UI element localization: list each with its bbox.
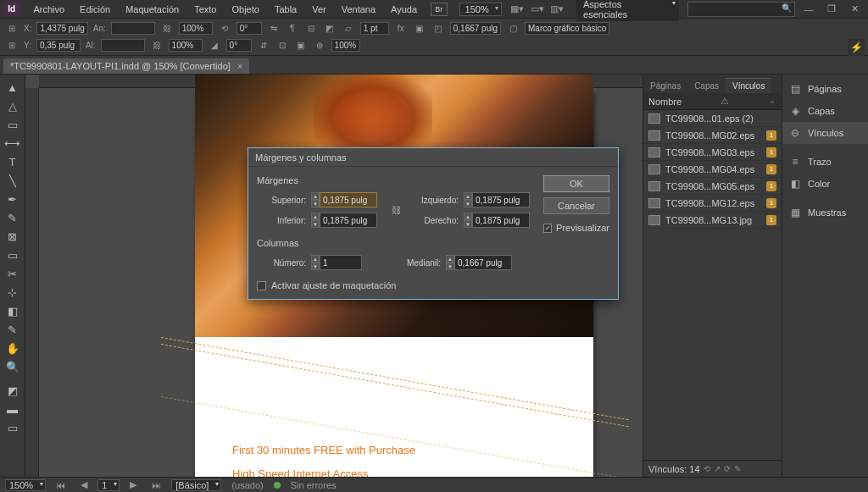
dialog-title[interactable]: Márgenes y columnas bbox=[248, 148, 618, 167]
rotate-field[interactable]: 0° bbox=[236, 22, 262, 35]
stroke-weight-field[interactable]: 1 pt bbox=[360, 22, 389, 35]
menu-maquetacion[interactable]: Maquetación bbox=[119, 2, 186, 17]
arrange-icon[interactable]: ▥▾ bbox=[550, 3, 565, 16]
selection-tool[interactable]: ▲ bbox=[3, 78, 23, 97]
corner-icon[interactable]: ◰ bbox=[431, 21, 445, 35]
ref-point-icon-2[interactable]: ⊞ bbox=[5, 39, 19, 53]
align-icon[interactable]: ⊟ bbox=[304, 21, 318, 35]
gutter-field[interactable] bbox=[454, 255, 512, 270]
wrap-icon[interactable]: ▣ bbox=[413, 21, 426, 35]
menu-texto[interactable]: Texto bbox=[187, 2, 223, 17]
search-input[interactable] bbox=[687, 2, 795, 17]
page-field[interactable]: 1 bbox=[97, 479, 120, 491]
link-row[interactable]: TC99908...MG03.eps1 bbox=[643, 144, 782, 161]
close-icon[interactable]: ✕ bbox=[845, 3, 865, 16]
margin-bottom-stepper[interactable]: ▲▼ bbox=[311, 213, 320, 228]
column-number-field[interactable] bbox=[320, 255, 362, 270]
constrain-icon[interactable]: ⛓ bbox=[160, 21, 174, 35]
menu-ayuda[interactable]: Ayuda bbox=[384, 2, 424, 17]
line-tool[interactable]: ╲ bbox=[3, 171, 23, 190]
zoom-tool[interactable]: 🔍 bbox=[3, 357, 23, 376]
document-text[interactable]: High Speed Internet Access bbox=[232, 467, 368, 477]
link-row[interactable]: TC99908...MG04.eps1 bbox=[643, 161, 782, 178]
dock-muestras[interactable]: ▦Muestras bbox=[782, 202, 868, 224]
tab-close-icon[interactable]: × bbox=[237, 61, 242, 71]
effects-icon[interactable]: fx bbox=[394, 21, 408, 35]
relink-icon[interactable]: ⟲ bbox=[704, 464, 710, 473]
menu-ventana[interactable]: Ventana bbox=[335, 2, 382, 17]
document-text[interactable]: First 30 minutes FREE with Purchase bbox=[232, 444, 415, 456]
h-field[interactable] bbox=[101, 39, 145, 52]
page-tool[interactable]: ▭ bbox=[3, 115, 23, 134]
view-options-icon[interactable]: ▦▾ bbox=[510, 3, 525, 16]
stroke-icon[interactable]: ▱ bbox=[342, 21, 355, 35]
vertical-ruler[interactable] bbox=[25, 88, 39, 477]
minimize-icon[interactable]: — bbox=[798, 3, 818, 16]
prev-page-icon[interactable]: ◀ bbox=[75, 479, 92, 490]
document-tab[interactable]: *TC9990801-LAYOUT-PI1.indd @ 150% [Conve… bbox=[3, 58, 249, 74]
gradient-tool[interactable]: ◧ bbox=[3, 301, 23, 320]
ref-point-icon[interactable]: ⊞ bbox=[5, 21, 19, 35]
link-margins-icon[interactable]: ⛓ bbox=[389, 197, 403, 223]
panel-tab-vinculos[interactable]: Vínculos bbox=[726, 78, 771, 93]
dock-trazo[interactable]: ≡Trazo bbox=[782, 151, 868, 173]
margin-top-field[interactable] bbox=[320, 192, 377, 207]
ok-button[interactable]: OK bbox=[543, 175, 609, 192]
goto-link-icon[interactable]: ↗ bbox=[714, 464, 721, 473]
margin-left-field[interactable] bbox=[472, 192, 530, 207]
direct-selection-tool[interactable]: △ bbox=[3, 97, 23, 115]
first-page-icon[interactable]: ⏮ bbox=[51, 480, 70, 490]
type-tool[interactable]: T bbox=[3, 152, 23, 171]
edit-original-icon[interactable]: ✎ bbox=[734, 464, 741, 473]
scissors-tool[interactable]: ✂ bbox=[3, 264, 23, 283]
margin-left-stepper[interactable]: ▲▼ bbox=[464, 192, 472, 207]
shear-field[interactable]: 0° bbox=[226, 39, 252, 52]
gap-tool[interactable]: ⟷ bbox=[3, 134, 23, 152]
dock-paginas[interactable]: ▤Páginas bbox=[782, 78, 868, 100]
column-number-stepper[interactable]: ▲▼ bbox=[311, 255, 320, 270]
dock-vinculos[interactable]: ⊖Vínculos bbox=[782, 122, 868, 144]
flip-h-icon[interactable]: ⇋ bbox=[267, 21, 281, 35]
corner-field[interactable]: 0,1667 pulg bbox=[450, 22, 501, 35]
x-field[interactable]: 1,4375 pulg bbox=[36, 22, 87, 35]
y-field[interactable]: 0,35 pulg bbox=[36, 39, 81, 52]
rotate-icon[interactable]: ⟲ bbox=[218, 21, 231, 35]
link-row[interactable]: TC99908...MG13.jpg1 bbox=[643, 212, 782, 229]
zoom-dropdown[interactable]: 150% bbox=[459, 3, 502, 16]
paragraph-icon[interactable]: ¶ bbox=[286, 21, 299, 35]
view-mode-icon[interactable]: ▭ bbox=[3, 418, 23, 437]
rectangle-tool[interactable]: ▭ bbox=[3, 246, 23, 264]
update-link-icon[interactable]: ⟳ bbox=[724, 464, 731, 473]
object-style-field[interactable]: Marco gráfico básico bbox=[525, 22, 609, 35]
constrain-icon-2[interactable]: ⛓ bbox=[150, 39, 164, 53]
page-column-icon[interactable]: ▫ bbox=[768, 97, 776, 107]
pencil-tool[interactable]: ✎ bbox=[3, 208, 23, 227]
menu-edicion[interactable]: Edición bbox=[73, 2, 117, 17]
preview-checkbox[interactable]: ✓ Previsualizar bbox=[543, 223, 609, 233]
hand-tool[interactable]: ✋ bbox=[3, 339, 23, 357]
apply-color-icon[interactable]: ▬ bbox=[3, 400, 23, 418]
bridge-icon[interactable]: Br bbox=[431, 3, 447, 16]
margin-right-field[interactable] bbox=[472, 213, 530, 228]
fill-icon[interactable]: ◩ bbox=[323, 21, 337, 35]
margin-right-stepper[interactable]: ▲▼ bbox=[464, 213, 472, 228]
next-page-icon[interactable]: ▶ bbox=[125, 479, 142, 490]
pen-tool[interactable]: ✒ bbox=[3, 190, 23, 208]
gpu-icon[interactable]: ⚡ bbox=[848, 39, 865, 56]
center-icon[interactable]: ⊕ bbox=[313, 39, 326, 53]
menu-ver[interactable]: Ver bbox=[305, 2, 333, 17]
eyedropper-tool[interactable]: ✎ bbox=[3, 320, 23, 339]
transform-tool[interactable]: ⊹ bbox=[3, 283, 23, 301]
scale-y-field[interactable]: 100% bbox=[169, 39, 203, 52]
warning-column-icon[interactable]: ⚠ bbox=[718, 96, 732, 107]
link-row[interactable]: TC99908...MG05.eps1 bbox=[643, 178, 782, 195]
scale-x-field[interactable]: 100% bbox=[179, 22, 213, 35]
fit-frame-icon[interactable]: ▣ bbox=[294, 39, 308, 53]
link-row[interactable]: TC99908...MG12.eps1 bbox=[643, 195, 782, 212]
links-header-name[interactable]: Nombre bbox=[648, 97, 682, 107]
frame-tool[interactable]: ⊠ bbox=[3, 227, 23, 246]
menu-tabla[interactable]: Tabla bbox=[268, 2, 303, 17]
link-row[interactable]: TC99908...MG02.eps1 bbox=[643, 127, 782, 144]
fill-stroke-icon[interactable]: ◩ bbox=[3, 381, 23, 400]
gutter-stepper[interactable]: ▲▼ bbox=[446, 255, 454, 270]
